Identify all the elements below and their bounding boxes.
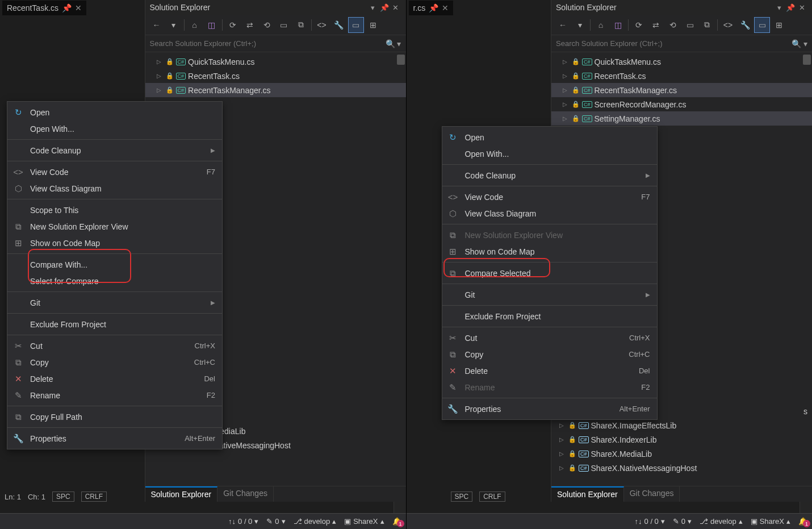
sb-project[interactable]: ▣ShareX▴ xyxy=(751,517,790,526)
se-search[interactable]: 🔍 ▾ xyxy=(145,35,406,52)
ctx-compare-with[interactable]: Compare With... xyxy=(7,256,222,273)
sb-updown[interactable]: ↑↓0 / 0▾ xyxy=(228,517,258,526)
sb-updown[interactable]: ↑↓0 / 0▾ xyxy=(635,517,665,526)
tab-git-changes[interactable]: Git Changes xyxy=(217,486,274,502)
crlf-indicator[interactable]: CRLF xyxy=(81,491,107,502)
ctx-delete[interactable]: ✕DeleteDel xyxy=(7,370,222,387)
sb-pencil[interactable]: ✎0▾ xyxy=(266,517,285,526)
ctx-copy[interactable]: ⧉CopyCtrl+C xyxy=(7,354,222,370)
ctx-git[interactable]: Git▶ xyxy=(442,286,657,303)
sync-icon[interactable]: ⟲ xyxy=(259,17,275,33)
ctx-cut[interactable]: ✂CutCtrl+X xyxy=(7,338,222,354)
tab-git-changes[interactable]: Git Changes xyxy=(624,486,680,502)
chevron-right-icon[interactable]: ▷ xyxy=(157,87,164,93)
ctx-delete[interactable]: ✕DeleteDel xyxy=(442,363,657,379)
tab-solution-explorer[interactable]: Solution Explorer xyxy=(551,486,624,502)
close-icon[interactable]: ✕ xyxy=(442,3,449,13)
refresh-icon[interactable]: ⟳ xyxy=(225,17,241,33)
showall-icon[interactable]: ⧉ xyxy=(293,17,309,33)
ctx-exclude[interactable]: Exclude From Project xyxy=(442,308,657,324)
chevron-right-icon[interactable]: ▷ xyxy=(563,59,570,65)
ctx-view-class-diagram[interactable]: ⬡View Class Diagram xyxy=(7,180,222,197)
chevron-right-icon[interactable]: ▷ xyxy=(563,87,570,93)
search-icon[interactable]: 🔍 ▾ xyxy=(792,39,807,48)
dropdown-icon[interactable]: ▾ xyxy=(773,2,785,13)
back-icon[interactable]: ← xyxy=(555,17,571,33)
search-icon[interactable]: 🔍 ▾ xyxy=(386,39,401,48)
sb-project[interactable]: ▣ShareX▴ xyxy=(344,517,384,526)
search-input[interactable] xyxy=(556,39,792,48)
tree-item[interactable]: ▷ 🔒 C# RecentTaskManager.cs xyxy=(551,83,812,97)
graph-icon[interactable]: ⊞ xyxy=(365,17,381,33)
ctx-codemap[interactable]: ⊞Show on Code Map xyxy=(7,235,222,251)
search-input[interactable] xyxy=(150,39,386,48)
pin-icon[interactable]: 📌 xyxy=(785,2,796,13)
ctx-rename[interactable]: ✎RenameF2 xyxy=(7,387,222,403)
chevron-right-icon[interactable]: ▷ xyxy=(563,101,570,107)
tree-item[interactable]: ▷ 🔒 C# ScreenRecordManager.cs xyxy=(551,97,812,111)
editor-tab[interactable]: r.cs 📌 ✕ xyxy=(409,1,454,15)
ctx-open[interactable]: ↻Open xyxy=(7,104,222,120)
pin-icon[interactable]: 📌 xyxy=(379,2,390,13)
collapse-icon[interactable]: ▭ xyxy=(276,17,292,33)
preview-icon[interactable]: ▭ xyxy=(348,17,364,33)
ctx-exclude[interactable]: Exclude From Project xyxy=(7,316,222,332)
scrollbar[interactable] xyxy=(803,55,811,65)
chevron-right-icon[interactable]: ▷ xyxy=(559,465,566,471)
chevron-right-icon[interactable]: ▷ xyxy=(559,422,566,428)
sb-bell[interactable]: 🔔1 xyxy=(392,517,401,526)
close-icon[interactable]: ✕ xyxy=(796,2,807,13)
chevron-right-icon[interactable]: ▷ xyxy=(157,73,164,79)
tree-item[interactable]: ▷ 🔒 C# RecentTaskManager.cs xyxy=(145,83,406,97)
graph-icon[interactable]: ⊞ xyxy=(771,17,787,33)
spc-indicator[interactable]: SPC xyxy=(52,491,74,502)
code-icon[interactable]: <> xyxy=(314,17,330,33)
ctx-copy[interactable]: ⧉CopyCtrl+C xyxy=(442,346,657,363)
ctx-select-for-compare[interactable]: Select for Compare xyxy=(7,273,222,289)
switch-views-icon[interactable]: ◫ xyxy=(610,17,626,33)
se-search[interactable]: 🔍 ▾ xyxy=(551,35,812,52)
showall-icon[interactable]: ⧉ xyxy=(699,17,715,33)
chevron-right-icon[interactable]: ▷ xyxy=(559,436,566,443)
ctx-view-code[interactable]: <>View CodeF7 xyxy=(442,189,657,205)
code-icon[interactable]: <> xyxy=(720,17,736,33)
chevron-right-icon[interactable]: ▷ xyxy=(157,59,164,65)
tree-item[interactable]: ▷ 🔒 C# SettingManager.cs xyxy=(551,111,812,126)
sb-branch[interactable]: ⎇develop▴ xyxy=(700,517,743,526)
tree-item[interactable]: ▷ 🔒 C# ShareX.MediaLib xyxy=(551,447,812,461)
ctx-copy-path[interactable]: ⧉Copy Full Path xyxy=(7,409,222,425)
ctx-new-se-view[interactable]: ⧉New Solution Explorer View xyxy=(7,218,222,235)
editor-tab[interactable]: RecentTask.cs 📌 ✕ xyxy=(2,1,86,15)
preview-icon[interactable]: ▭ xyxy=(754,17,770,33)
chevron-right-icon[interactable]: ▷ xyxy=(563,73,570,79)
fwd-icon[interactable]: ▾ xyxy=(572,17,588,33)
sb-branch[interactable]: ⎇develop▴ xyxy=(294,517,337,526)
tree-item[interactable]: ▷ 🔒 C# QuickTaskMenu.cs xyxy=(551,55,812,69)
ctx-git[interactable]: Git▶ xyxy=(7,294,222,311)
tree-item[interactable]: ▷ 🔒 C# RecentTask.cs xyxy=(551,69,812,83)
fwd-icon[interactable]: ▾ xyxy=(166,17,182,33)
ctx-cut[interactable]: ✂CutCtrl+X xyxy=(442,330,657,346)
tree-item[interactable]: ▷ 🔒 C# RecentTask.cs xyxy=(145,69,406,83)
ctx-properties[interactable]: 🔧PropertiesAlt+Enter xyxy=(7,430,222,447)
tab-solution-explorer[interactable]: Solution Explorer xyxy=(145,486,218,502)
wrench-icon[interactable]: 🔧 xyxy=(737,17,753,33)
spc-indicator[interactable]: SPC xyxy=(451,491,473,502)
tree-item[interactable]: ▷ 🔒 C# ShareX.IndexerLib xyxy=(551,432,812,447)
tree-item[interactable]: ▷ 🔒 C# ShareX.NativeMessagingHost xyxy=(551,461,812,475)
home-icon[interactable]: ⌂ xyxy=(593,17,609,33)
close-icon[interactable]: ✕ xyxy=(75,3,82,13)
pin-icon[interactable]: 📌 xyxy=(429,3,438,13)
refresh-icon[interactable]: ⟳ xyxy=(631,17,647,33)
filter-icon[interactable]: ⇄ xyxy=(242,17,258,33)
sb-pencil[interactable]: ✎0▾ xyxy=(673,517,692,526)
ctx-code-cleanup[interactable]: Code Cleanup▶ xyxy=(7,142,222,159)
ctx-scope[interactable]: Scope to This xyxy=(7,202,222,218)
ctx-codemap[interactable]: ⊞Show on Code Map xyxy=(442,243,657,260)
chevron-right-icon[interactable]: ▷ xyxy=(563,115,570,122)
tree-item[interactable]: ▷ 🔒 C# ShareX.ImageEffectsLib xyxy=(551,418,812,432)
ctx-properties[interactable]: 🔧PropertiesAlt+Enter xyxy=(442,401,657,417)
collapse-icon[interactable]: ▭ xyxy=(682,17,698,33)
ctx-open-with[interactable]: Open With... xyxy=(442,145,657,162)
crlf-indicator[interactable]: CRLF xyxy=(479,491,505,502)
